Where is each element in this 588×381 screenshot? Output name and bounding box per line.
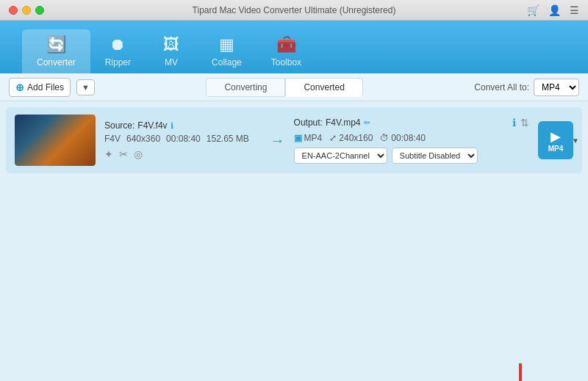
- output-selects: EN-AAC-2Channel Subtitle Disabled: [294, 148, 529, 164]
- nav-mv-label: MV: [165, 57, 178, 68]
- format-badge-text: MP4: [548, 145, 564, 153]
- file-duration: 00:08:40: [166, 134, 201, 144]
- audio-select[interactable]: EN-AAC-2Channel: [294, 148, 387, 164]
- output-filename: F4V.mp4: [326, 117, 361, 128]
- close-button[interactable]: [9, 6, 18, 15]
- nav-bar: 🔄 Converter ⏺ Ripper 🖼 MV ▦ Collage 🧰 To…: [0, 21, 588, 73]
- cut-icon[interactable]: ✂: [119, 148, 128, 160]
- sparkle-icon[interactable]: ✦: [104, 148, 113, 160]
- nav-collage[interactable]: ▦ Collage: [197, 29, 257, 73]
- traffic-lights: [9, 6, 44, 15]
- output-settings-icon[interactable]: ⇅: [520, 117, 529, 128]
- nav-converter[interactable]: 🔄 Converter: [22, 29, 90, 73]
- cart-icon[interactable]: 🛒: [527, 4, 539, 16]
- file-size: 152.65 MB: [207, 134, 249, 144]
- tab-group: Converting Converted: [101, 78, 468, 97]
- output-format-badge: ▣ MP4: [294, 133, 323, 143]
- format-badge[interactable]: ▶ MP4: [538, 121, 573, 159]
- file-actions: ✦ ✂ ◎: [104, 148, 262, 160]
- arrow-shaft: [519, 363, 522, 381]
- ripper-icon: ⏺: [110, 35, 126, 54]
- file-item: Source: F4V.f4v ℹ F4V 640x360 00:08:40 1…: [6, 107, 582, 173]
- nav-converter-label: Converter: [37, 57, 76, 68]
- format-select[interactable]: MP4 MOV AVI MKV: [534, 79, 579, 96]
- nav-toolbox-label: Toolbox: [271, 57, 301, 68]
- main-content: Source: F4V.f4v ℹ F4V 640x360 00:08:40 1…: [0, 101, 588, 362]
- file-meta: F4V 640x360 00:08:40 152.65 MB: [104, 134, 262, 144]
- arrow-area: [0, 362, 588, 381]
- converter-icon: 🔄: [46, 35, 66, 54]
- edit-output-icon[interactable]: ✏: [364, 118, 370, 128]
- format-badge-container: ▶ MP4 ▼: [538, 121, 573, 159]
- convert-arrow: →: [270, 132, 285, 149]
- clock-icon: ⏱: [380, 133, 389, 143]
- big-arrow-container: [512, 363, 529, 381]
- file-info: Source: F4V.f4v ℹ F4V 640x360 00:08:40 1…: [104, 120, 262, 160]
- output-info-icon[interactable]: ℹ: [512, 117, 516, 128]
- title-bar: Tipard Mac Video Converter Ultimate (Unr…: [0, 0, 588, 21]
- output-resolution: ⤢ 240x160: [329, 133, 373, 143]
- plus-icon: ⊕: [15, 81, 24, 93]
- thumbnail: [15, 115, 96, 166]
- file-resolution: 640x360: [126, 134, 160, 144]
- add-files-dropdown[interactable]: ▼: [76, 79, 95, 95]
- output-label: Output:: [294, 117, 323, 128]
- toolbar: ⊕ Add Files ▼ Converting Converted Conve…: [0, 73, 588, 101]
- collage-icon: ▦: [219, 35, 234, 54]
- output-format-text: MP4: [304, 133, 323, 143]
- output-section: Output: F4V.mp4 ✏ ℹ ⇅ ▣ MP4 ⤢ 240x160: [294, 117, 529, 164]
- thumbnail-image: [15, 115, 96, 166]
- source-label: Source:: [104, 120, 135, 131]
- output-meta: ▣ MP4 ⤢ 240x160 ⏱ 00:08:40: [294, 133, 529, 143]
- nav-collage-label: Collage: [212, 57, 242, 68]
- convert-all-to-label: Convert All to:: [474, 82, 529, 92]
- nav-mv[interactable]: 🖼 MV: [146, 29, 197, 73]
- window-title: Tipard Mac Video Converter Ultimate (Unr…: [193, 5, 396, 15]
- add-files-button[interactable]: ⊕ Add Files: [9, 78, 71, 97]
- file-format: F4V: [104, 134, 121, 144]
- subtitle-select[interactable]: Subtitle Disabled: [392, 148, 478, 164]
- title-bar-icons: 🛒 👤 ☰: [527, 4, 579, 16]
- tab-converted[interactable]: Converted: [285, 78, 362, 97]
- nav-ripper[interactable]: ⏺ Ripper: [90, 29, 146, 73]
- nav-ripper-label: Ripper: [105, 57, 131, 68]
- source-line: Source: F4V.f4v ℹ: [104, 120, 262, 131]
- source-filename: F4V.f4v: [137, 120, 167, 131]
- maximize-button[interactable]: [35, 6, 44, 15]
- source-info-icon[interactable]: ℹ: [171, 121, 173, 131]
- mv-icon: 🖼: [163, 35, 179, 54]
- menu-icon[interactable]: ☰: [570, 4, 579, 16]
- nav-toolbox[interactable]: 🧰 Toolbox: [257, 29, 316, 73]
- add-files-label: Add Files: [27, 82, 64, 92]
- palette-icon[interactable]: ◎: [134, 148, 143, 160]
- format-badge-icon: ▶: [551, 128, 561, 145]
- format-badge-dropdown[interactable]: ▼: [572, 137, 579, 145]
- minimize-button[interactable]: [22, 6, 31, 15]
- user-icon[interactable]: 👤: [548, 4, 561, 16]
- output-duration: ⏱ 00:08:40: [380, 133, 426, 143]
- convert-all-to: Convert All to: MP4 MOV AVI MKV: [474, 79, 579, 96]
- toolbox-icon: 🧰: [276, 35, 296, 54]
- tab-converting[interactable]: Converting: [206, 78, 285, 97]
- output-line: Output: F4V.mp4 ✏ ℹ ⇅: [294, 117, 529, 128]
- resize-icon: ⤢: [329, 133, 337, 143]
